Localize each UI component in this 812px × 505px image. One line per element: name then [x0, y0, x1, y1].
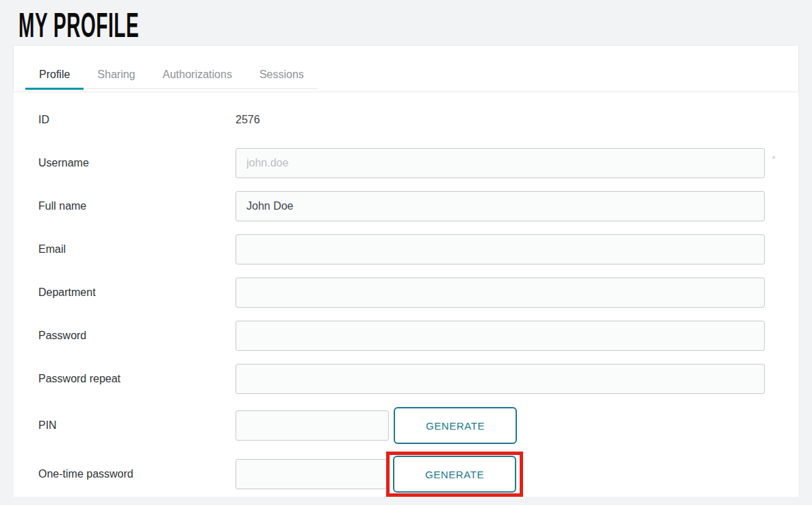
required-marker: * — [772, 153, 776, 164]
otp-generate-button[interactable]: GENERATE — [393, 456, 516, 493]
annotation-highlight-box: GENERATE — [386, 452, 523, 497]
id-label: ID — [38, 114, 236, 126]
otp-label: One-time password — [38, 468, 236, 480]
otp-input[interactable] — [236, 459, 389, 489]
password-repeat-input[interactable] — [236, 364, 765, 394]
full-name-label: Full name — [38, 200, 236, 212]
full-name-input[interactable] — [236, 191, 765, 221]
department-label: Department — [38, 286, 236, 299]
password-label: Password — [38, 330, 236, 342]
username-label: Username — [38, 157, 236, 169]
row-password-repeat: Password repeat — [38, 364, 765, 394]
page-header: MY PROFILE — [0, 0, 812, 46]
username-input[interactable] — [236, 148, 765, 178]
pin-input[interactable] — [236, 410, 389, 441]
row-username: Username * — [38, 148, 765, 178]
row-otp: One-time password GENERATE — [38, 452, 765, 497]
row-pin: PIN GENERATE — [38, 407, 765, 444]
pin-generate-button[interactable]: GENERATE — [394, 407, 517, 444]
tab-authorizations[interactable]: Authorizations — [149, 60, 246, 88]
profile-card: Profile Sharing Authorizations Sessions … — [14, 46, 798, 497]
row-id: ID 2576 — [38, 105, 765, 135]
page-title: MY PROFILE — [18, 8, 139, 42]
tab-bar: Profile Sharing Authorizations Sessions — [14, 46, 798, 91]
pin-label: PIN — [38, 419, 236, 432]
tab-sessions[interactable]: Sessions — [246, 60, 318, 88]
id-value: 2576 — [236, 114, 260, 126]
username-input-wrap: * — [236, 148, 765, 178]
row-full-name: Full name — [38, 191, 765, 221]
tab-sharing[interactable]: Sharing — [84, 60, 149, 88]
profile-form: ID 2576 Username * Full name Email Depar… — [14, 91, 798, 497]
department-input[interactable] — [236, 278, 765, 308]
email-label: Email — [38, 243, 236, 256]
password-input[interactable] — [236, 321, 765, 351]
row-password: Password — [38, 321, 765, 351]
row-email: Email — [38, 234, 765, 264]
tabs-row: Profile Sharing Authorizations Sessions — [25, 60, 318, 89]
password-repeat-label: Password repeat — [38, 373, 236, 385]
email-input[interactable] — [236, 234, 765, 264]
row-department: Department — [38, 278, 765, 308]
tab-profile[interactable]: Profile — [25, 60, 84, 88]
